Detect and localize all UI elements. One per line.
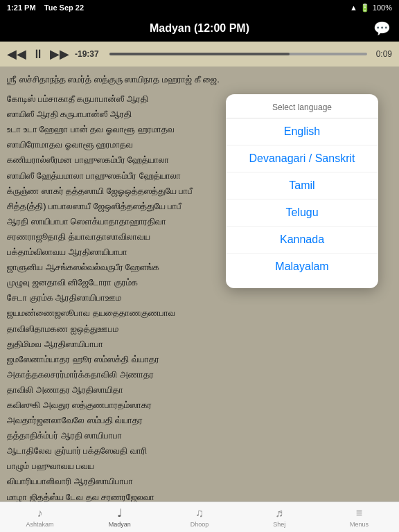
forward-button[interactable]: ▶▶ — [50, 46, 69, 62]
pause-button[interactable]: ⏸ — [32, 47, 44, 62]
player-bar: ◀◀ ⏸ ▶▶ -19:37 0:09 — [0, 42, 399, 66]
status-time-date: 1:21 PM Tue Sep 22 — [7, 3, 84, 12]
main-content: ஶ்ரீ ஸச்சிதாநந்த ஸமர்த் ஸத்குரு ஸாயிநாத … — [0, 66, 399, 502]
status-time: 1:21 PM — [7, 3, 36, 12]
language-option-english[interactable]: English — [226, 118, 378, 145]
menus-tab-label: Menus — [350, 521, 369, 528]
player-elapsed: -19:37 — [75, 49, 104, 59]
language-option-devanagari---sanskrit[interactable]: Devanagari / Sanskrit — [226, 145, 378, 172]
battery-level: 100% — [373, 3, 392, 12]
dhoop-tab-label: Dhoop — [190, 521, 209, 528]
tab-items: ♪ Ashtakam ♩ Madyan ♫ Dhoop ♬ Shej ≡ Men… — [0, 502, 399, 532]
player-remaining: 0:09 — [373, 49, 392, 59]
language-modal: Select language EnglishDevanagari / Sans… — [226, 94, 378, 288]
chat-icon[interactable]: 💬 — [373, 20, 391, 37]
tab-menus[interactable]: ≡ Menus — [319, 502, 399, 532]
language-option-malayalam[interactable]: Malayalam — [226, 254, 378, 280]
tab-ashtakam[interactable]: ♪ Ashtakam — [0, 502, 80, 532]
status-bar: 1:21 PM Tue Sep 22 ▲ 🔋 100% — [0, 0, 399, 15]
language-option-kannada[interactable]: Kannada — [226, 227, 378, 254]
menus-tab-icon: ≡ — [356, 507, 362, 520]
battery-icon: 🔋 — [360, 3, 370, 12]
tab-dhoop[interactable]: ♫ Dhoop — [159, 502, 239, 532]
language-list: EnglishDevanagari / SanskritTamilTeluguK… — [226, 118, 378, 280]
tab-shej[interactable]: ♬ Shej — [240, 502, 319, 532]
madyan-tab-icon: ♩ — [117, 506, 123, 520]
tab-bar: ♪ Ashtakam ♩ Madyan ♫ Dhoop ♬ Shej ≡ Men… — [0, 502, 399, 532]
status-indicators: ▲ 🔋 100% — [350, 3, 392, 12]
dhoop-tab-icon: ♫ — [195, 507, 204, 520]
language-modal-overlay: Select language EnglishDevanagari / Sans… — [0, 66, 399, 502]
ashtakam-tab-label: Ashtakam — [26, 521, 54, 528]
madyan-tab-label: Madyan — [109, 521, 131, 528]
ashtakam-tab-icon: ♪ — [37, 507, 43, 520]
language-option-telugu[interactable]: Telugu — [226, 200, 378, 227]
player-progress-fill — [109, 53, 290, 55]
shej-tab-icon: ♬ — [275, 507, 283, 520]
header: Madyan (12:00 PM) 💬 — [0, 15, 399, 42]
wifi-icon: ▲ — [350, 3, 357, 12]
shej-tab-label: Shej — [273, 521, 285, 528]
modal-title: Select language — [226, 103, 378, 112]
rewind-button[interactable]: ◀◀ — [7, 46, 26, 62]
player-progress-bar[interactable] — [109, 53, 367, 55]
language-option-tamil[interactable]: Tamil — [226, 172, 378, 200]
header-title: Madyan (12:00 PM) — [150, 22, 249, 35]
status-date: Tue Sep 22 — [44, 3, 84, 12]
tab-madyan[interactable]: ♩ Madyan — [80, 502, 159, 532]
